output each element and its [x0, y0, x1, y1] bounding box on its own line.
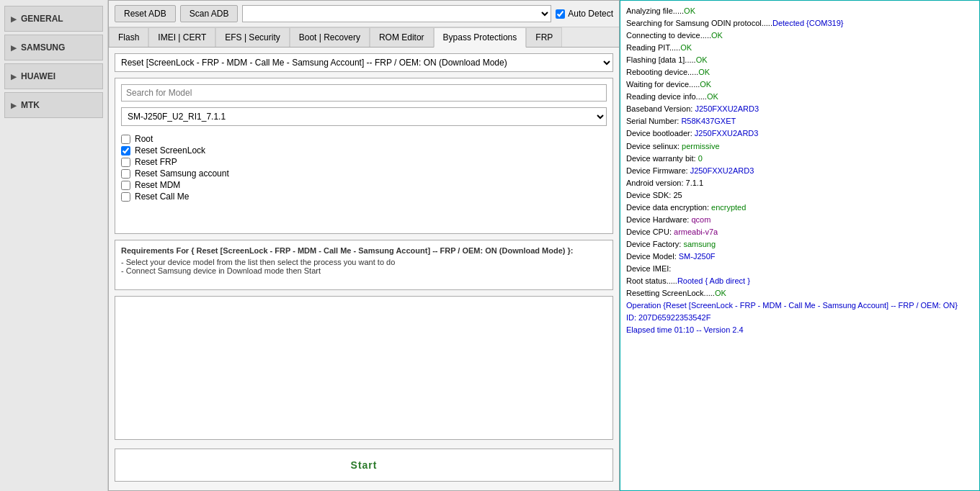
log-line: Waiting for device.....OK — [626, 78, 974, 91]
checkbox-row-reset-screenlock: Reset ScreenLock — [121, 145, 607, 156]
sidebar-item-mtk[interactable]: ▶MTK — [4, 92, 103, 118]
start-button-container: Start — [115, 446, 613, 485]
tab-boot-recovery[interactable]: Boot | Recovery — [290, 27, 370, 47]
log-line: Serial Number: R58K437GXET — [626, 115, 974, 127]
start-button[interactable]: Start — [115, 449, 613, 482]
log-line: Operation {Reset [ScreenLock - FRP - MDM… — [626, 299, 974, 312]
checkbox-row-reset-call-me: Reset Call Me — [121, 191, 607, 202]
log-line: Rebooting device.....OK — [626, 66, 974, 78]
arrow-icon: ▶ — [11, 102, 17, 109]
checkbox-reset-call-me[interactable] — [121, 192, 130, 202]
requirements-title: Requirements For { Reset [ScreenLock - F… — [121, 246, 607, 255]
checkbox-label-reset-call-me: Reset Call Me — [135, 192, 189, 202]
tab-efs-security[interactable]: EFS | Security — [215, 27, 289, 47]
requirement-1: - Select your device model from the list… — [121, 258, 607, 266]
log-line: Device SDK: 25 — [626, 189, 974, 202]
checkbox-row-reset-samsung-account: Reset Samsung account — [121, 168, 607, 179]
checkbox-reset-mdm[interactable] — [121, 181, 130, 190]
requirement-2: - Connect Samsung device in Download mod… — [121, 266, 607, 275]
checkbox-root[interactable] — [121, 135, 130, 144]
checkbox-row-reset-mdm: Reset MDM — [121, 179, 607, 191]
log-line: Elapsed time 01:10 -- Version 2.4 — [626, 324, 974, 336]
log-line: Reading PIT.....OK — [626, 42, 974, 54]
log-line: Analyzing file.....OK — [626, 5, 974, 17]
tab-bypass-protections[interactable]: Bypass Protections — [434, 27, 527, 48]
log-line: Device Model: SM-J250F — [626, 251, 974, 263]
log-line: Device Factory: samsung — [626, 238, 974, 251]
log-line: ID: 207D65922353542F — [626, 312, 974, 324]
tab-imei-cert[interactable]: IMEI | CERT — [148, 27, 215, 47]
log-line: Device selinux: permissive — [626, 140, 974, 153]
mode-dropdown[interactable]: Reset [ScreenLock - FRP - MDM - Call Me … — [115, 53, 613, 72]
search-model-input[interactable] — [121, 84, 607, 102]
sidebar-item-label: SAMSUNG — [21, 42, 65, 53]
log-line: Connecting to device.....OK — [626, 30, 974, 42]
sidebar-item-general[interactable]: ▶GENERAL — [4, 6, 103, 32]
tab-rom-editor[interactable]: ROM Editor — [370, 27, 434, 47]
arrow-icon: ▶ — [11, 73, 17, 81]
checkbox-reset-samsung-account[interactable] — [121, 169, 130, 179]
log-line: Device Hardware: qcom — [626, 214, 974, 226]
log-line: Device data encryption: encrypted — [626, 202, 974, 214]
reset-adb-button[interactable]: Reset ADB — [115, 5, 176, 22]
log-line: Reading device info.....OK — [626, 91, 974, 103]
log-line: Android version: 7.1.1 — [626, 177, 974, 189]
log-line: Root status.....Rooted { Adb direct } — [626, 275, 974, 287]
log-line: Flashing [data 1].....OK — [626, 54, 974, 66]
auto-detect-label: Auto Detect — [556, 9, 613, 19]
checkbox-row-root: Root — [121, 133, 607, 145]
main-panel: Reset ADB Scan ADB Auto Detect FlashIMEI… — [108, 0, 620, 491]
sidebar-item-samsung[interactable]: ▶SAMSUNG — [4, 35, 103, 60]
content-area: Reset [ScreenLock - FRP - MDM - Call Me … — [109, 48, 619, 490]
log-line: Searching for Samsung ODIN protocol.....… — [626, 17, 974, 30]
checkbox-reset-frp[interactable] — [121, 158, 130, 167]
scan-adb-button[interactable]: Scan ADB — [180, 5, 239, 22]
mode-dropdown-row: Reset [ScreenLock - FRP - MDM - Call Me … — [115, 53, 613, 72]
top-bar: Reset ADB Scan ADB Auto Detect — [109, 1, 619, 27]
checkboxes-container: RootReset ScreenLockReset FRPReset Samsu… — [121, 133, 607, 202]
log-line: Device bootloader: J250FXXU2ARD3 — [626, 127, 974, 140]
model-dropdown[interactable]: SM-J250F_U2_RI1_7.1.1 — [121, 107, 607, 126]
checkbox-row-reset-frp: Reset FRP — [121, 156, 607, 168]
log-line: Device IMEI: — [626, 263, 974, 275]
arrow-icon: ▶ — [11, 15, 17, 23]
checkbox-label-reset-mdm: Reset MDM — [135, 180, 180, 190]
sidebar-item-label: GENERAL — [21, 14, 63, 24]
checkbox-reset-screenlock[interactable] — [121, 146, 130, 156]
log-line: Baseband Version: J250FXXU2ARD3 — [626, 103, 974, 115]
checkbox-label-reset-screenlock: Reset ScreenLock — [135, 145, 205, 156]
options-box: SM-J250F_U2_RI1_7.1.1 RootReset ScreenLo… — [115, 78, 613, 234]
port-select[interactable] — [242, 5, 551, 22]
log-line: Device CPU: armeabi-v7a — [626, 226, 974, 238]
sidebar: ▶GENERAL▶SAMSUNG▶HUAWEI▶MTK — [0, 0, 108, 491]
tab-bar: FlashIMEI | CERTEFS | SecurityBoot | Rec… — [109, 27, 619, 48]
log-panel: Analyzing file.....OKSearching for Samsu… — [620, 0, 980, 491]
checkbox-label-reset-samsung-account: Reset Samsung account — [135, 168, 229, 179]
checkbox-label-reset-frp: Reset FRP — [135, 157, 177, 167]
tab-flash[interactable]: Flash — [109, 27, 148, 47]
sidebar-item-label: MTK — [21, 100, 40, 110]
requirements-box: Requirements For { Reset [ScreenLock - F… — [115, 240, 613, 290]
filler-box — [115, 296, 613, 441]
tab-frp[interactable]: FRP — [526, 27, 562, 47]
sidebar-item-huawei[interactable]: ▶HUAWEI — [4, 63, 103, 89]
log-line: Resetting ScreenLock.....OK — [626, 287, 974, 299]
log-line: Device Firmware: J250FXXU2ARD3 — [626, 165, 974, 177]
checkbox-label-root: Root — [135, 134, 153, 144]
auto-detect-checkbox[interactable] — [556, 9, 565, 19]
sidebar-item-label: HUAWEI — [21, 71, 55, 81]
arrow-icon: ▶ — [11, 44, 17, 52]
log-line: Device warranty bit: 0 — [626, 153, 974, 165]
